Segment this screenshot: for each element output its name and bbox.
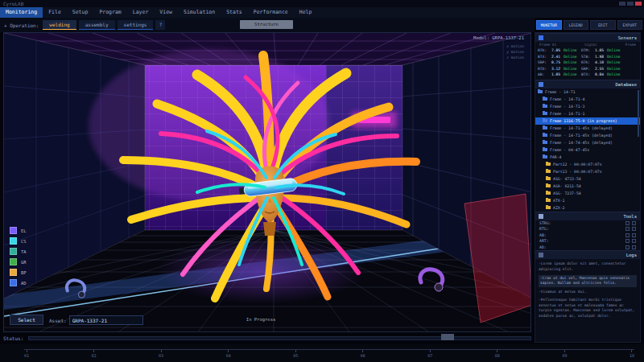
timeline-tick: 07 xyxy=(427,350,432,358)
axis-z-label: z motion xyxy=(506,55,524,60)
legend-item: BP xyxy=(10,269,27,276)
tree-item[interactable]: Frame - 14-71-1 xyxy=(535,110,640,117)
folder-icon xyxy=(538,90,543,93)
folder-icon xyxy=(546,199,551,202)
folder-icon xyxy=(546,170,551,173)
legend-label: AD xyxy=(21,281,27,286)
tools-panel-header[interactable]: Tools xyxy=(535,212,640,220)
menu-item-file[interactable]: File xyxy=(43,7,67,18)
menu-item-stats[interactable]: Stats xyxy=(221,7,248,18)
tree-item[interactable]: AZX-2 xyxy=(535,204,640,212)
menu-item-performance[interactable]: Performance xyxy=(248,7,294,18)
menu-item-program[interactable]: Program xyxy=(93,7,126,18)
log-line: -Pellentesque habitant morbi tristique s… xyxy=(539,298,637,319)
tree-item[interactable]: Frame - 14-71-4 xyxy=(535,96,640,103)
tree-item[interactable]: ASG- 4733-54 xyxy=(535,175,640,183)
tree-item[interactable]: Part13 - 00:00:07:07s xyxy=(535,168,640,175)
legend-button[interactable]: LEGEND xyxy=(564,20,589,30)
tree-item[interactable]: Frame - 14-71-45s (delayed) xyxy=(535,125,640,132)
maximize-icon[interactable] xyxy=(627,2,634,6)
legend-label: GR xyxy=(21,260,27,265)
database-tree: Frame - 14-71 Frame - 14-71-4 Frame - 14… xyxy=(535,88,640,212)
folder-icon xyxy=(543,134,547,137)
asset-field-group: Asset: xyxy=(49,315,143,325)
database-scrollbar[interactable] xyxy=(638,90,639,137)
axis-y-label: y motion xyxy=(506,49,524,55)
tool-row: AB: xyxy=(535,232,640,239)
folder-icon xyxy=(543,119,547,122)
legend-swatch-ta xyxy=(10,248,17,255)
folder-icon xyxy=(546,191,551,195)
tree-item[interactable]: PAR-4 xyxy=(535,154,640,161)
close-icon[interactable] xyxy=(635,2,642,6)
sensors-table: RTK:7.05Online DTM:1.05Online BTX:2.41On… xyxy=(535,47,640,80)
checkbox-icon[interactable] xyxy=(632,227,636,231)
menu-item-layer[interactable]: Layer xyxy=(127,7,155,18)
tree-item[interactable]: ASG- 7237-54 xyxy=(535,190,640,197)
sensors-col-frame: Frame xyxy=(625,43,636,47)
progress-label: In Progress xyxy=(246,317,275,322)
menu-item-simulation[interactable]: Simulation xyxy=(178,7,221,18)
timeline-tick: 01 xyxy=(24,350,29,358)
menu-item-monitoring[interactable]: Monitoring xyxy=(0,7,43,18)
checkbox-icon[interactable] xyxy=(625,227,630,231)
legend-swatch-gr xyxy=(10,258,17,265)
menu-item-setup[interactable]: Setup xyxy=(67,7,94,18)
logs-panel-header[interactable]: Logs xyxy=(535,250,640,259)
tree-item[interactable]: AGA- 8211-54 xyxy=(535,183,640,190)
checkbox-icon[interactable] xyxy=(625,245,630,249)
select-button[interactable]: Select xyxy=(10,315,43,325)
tree-item[interactable]: Frame - 14-71-3 xyxy=(535,103,640,110)
status-progress-bar[interactable] xyxy=(28,336,531,340)
operation-label: + Operation: xyxy=(4,23,39,28)
action-button-row: MONITOR LEGEND EDIT EXPORT xyxy=(535,18,644,32)
database-title: Database xyxy=(616,82,638,87)
checkbox-icon[interactable] xyxy=(625,221,630,225)
structure-button[interactable]: Structure xyxy=(240,20,293,29)
tools-list: STRG: RTG: AB: ART: AD: xyxy=(535,220,640,251)
legend-label: EL xyxy=(21,228,27,233)
timeline-tick: 06 xyxy=(361,350,365,358)
tab-welding[interactable]: welding xyxy=(43,20,76,30)
export-button[interactable]: EXPORT xyxy=(617,20,643,30)
timeline[interactable]: 01 02 03 04 05 06 07 08 09 10 xyxy=(0,344,644,362)
folder-icon xyxy=(543,148,547,151)
checkbox-icon[interactable] xyxy=(625,239,630,243)
checkbox-icon[interactable] xyxy=(632,239,636,243)
tree-item[interactable]: Frame - 14-71 xyxy=(535,88,640,96)
menu-item-view[interactable]: View xyxy=(154,7,178,18)
folder-icon xyxy=(543,155,547,158)
tab-assembly[interactable]: assembly xyxy=(79,20,115,30)
checkbox-icon[interactable] xyxy=(632,233,636,237)
timeline-tick: 05 xyxy=(293,350,298,358)
asset-input[interactable] xyxy=(69,315,143,325)
viewport-3d[interactable]: Model: GRPA-1337-21 x motion y motion z … xyxy=(3,32,531,332)
app-window: CyroLAB Monitoring File Setup Program La… xyxy=(0,0,644,362)
tree-item[interactable]: Frame - 14-74-45s (delayed) xyxy=(535,139,640,146)
logs-title: Logs xyxy=(626,253,637,257)
sensors-panel-header[interactable]: Sensors xyxy=(535,33,640,42)
database-panel-header[interactable]: Database xyxy=(535,80,640,88)
window-controls xyxy=(619,2,644,6)
tree-item-selected[interactable]: Frame 1316-75-0 (in progress) xyxy=(535,117,640,125)
tab-settings[interactable]: settings xyxy=(118,20,154,30)
checkbox-icon[interactable] xyxy=(632,221,636,225)
tree-item[interactable]: Part12 - 00:00:07:07s xyxy=(535,161,640,168)
tool-row: RTG: xyxy=(535,226,640,232)
status-handle[interactable] xyxy=(441,334,454,340)
tree-item[interactable]: Frame - 14-71-45s (delayed) xyxy=(535,132,640,139)
tree-item[interactable]: Frame - 04-47-45s xyxy=(535,146,640,154)
checkbox-icon[interactable] xyxy=(632,245,636,249)
help-button[interactable]: ? xyxy=(155,20,165,30)
minimize-icon[interactable] xyxy=(619,2,625,6)
log-line-highlighted: -Cras ut dui vel, Maecenas quis venenati… xyxy=(539,275,637,288)
tree-item[interactable]: ATX-1 xyxy=(535,197,640,204)
edit-button[interactable]: EDIT xyxy=(590,20,616,30)
title-bar: CyroLAB xyxy=(0,0,644,7)
legend-swatch-bp xyxy=(10,269,17,276)
checkbox-icon[interactable] xyxy=(625,233,630,237)
menu-item-help[interactable]: Help xyxy=(294,7,318,18)
monitor-button[interactable]: MONITOR xyxy=(536,20,562,30)
folder-icon xyxy=(543,97,547,101)
window-title: CyroLAB xyxy=(0,0,23,7)
